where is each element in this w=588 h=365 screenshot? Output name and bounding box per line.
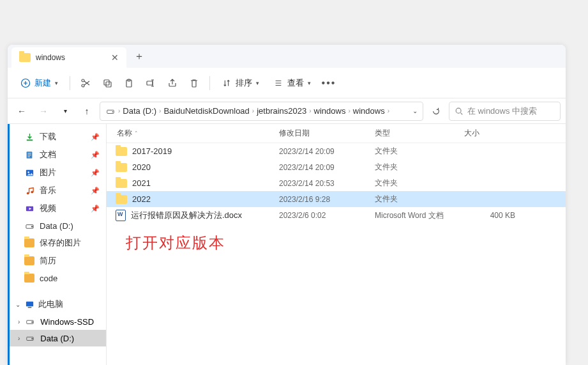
- trash-icon: [189, 78, 199, 88]
- sort-button[interactable]: 排序 ▾: [215, 74, 266, 93]
- column-name[interactable]: 名称˄: [113, 128, 279, 139]
- search-icon: [455, 107, 464, 116]
- folder-row[interactable]: 2017-20192023/2/14 20:09文件夹: [107, 143, 566, 159]
- folder-icon: [19, 53, 31, 62]
- pin-icon: 📌: [91, 187, 100, 195]
- tab-title: windows: [36, 53, 65, 62]
- svg-rect-3: [104, 80, 109, 85]
- refresh-button[interactable]: [427, 102, 445, 120]
- svg-point-10: [456, 108, 461, 113]
- rename-button[interactable]: [140, 73, 161, 93]
- file-type: 文件夹: [375, 162, 464, 173]
- column-size[interactable]: 大小: [464, 128, 515, 139]
- folder-icon: [116, 195, 127, 204]
- view-button[interactable]: 查看 ▾: [267, 74, 317, 93]
- folder-icon: [24, 238, 34, 248]
- search-box[interactable]: 在 windows 中搜索: [449, 102, 561, 121]
- navigation-pane[interactable]: 下载📌文档📌图片📌音乐📌视频📌Data (D:)保存的图片简历code ⌄ 此电…: [8, 124, 107, 365]
- svg-point-22: [32, 322, 33, 323]
- folder-icon: [116, 163, 127, 172]
- forward-button[interactable]: →: [34, 102, 52, 120]
- word-document-icon: [116, 210, 126, 221]
- paste-icon: [124, 78, 134, 88]
- paste-button[interactable]: [119, 73, 139, 93]
- folder-icon: [24, 273, 34, 283]
- drive-label: Data (D:): [40, 334, 74, 343]
- search-placeholder: 在 windows 中搜索: [467, 105, 537, 117]
- new-button[interactable]: 新建 ▾: [14, 74, 64, 93]
- file-name: 2022: [132, 194, 151, 204]
- file-type: 文件夹: [375, 146, 464, 157]
- breadcrumb-item[interactable]: BaiduNetdiskDownload: [163, 106, 249, 116]
- sidebar-quick-item[interactable]: Data (D:): [8, 217, 106, 234]
- drive-icon: [25, 333, 35, 343]
- file-date: 2023/2/14 20:09: [279, 147, 375, 156]
- this-pc-item[interactable]: ⌄ 此电脑: [8, 295, 106, 313]
- recent-button[interactable]: ▾: [56, 102, 74, 120]
- address-bar-row: ← → ▾ ↑ › Data (D:) › BaiduNetdiskDownlo…: [8, 98, 566, 124]
- column-type[interactable]: 类型: [375, 128, 464, 139]
- sidebar-quick-item[interactable]: 音乐📌: [8, 182, 106, 199]
- sidebar-item-label: Data (D:): [40, 221, 73, 231]
- file-name: 2020: [132, 162, 151, 172]
- sidebar-quick-item[interactable]: 下载📌: [8, 128, 106, 146]
- new-label: 新建: [34, 77, 51, 89]
- file-date: 2023/2/16 9:28: [279, 195, 375, 204]
- breadcrumb-item[interactable]: windows: [353, 106, 385, 116]
- drive-item[interactable]: › Data (D:): [8, 330, 106, 346]
- chevron-down-icon: ▾: [308, 80, 311, 86]
- download-icon: [24, 132, 34, 142]
- more-button[interactable]: •••: [319, 73, 339, 93]
- new-tab-button[interactable]: ＋: [130, 47, 148, 65]
- sidebar-item-label: 视频: [40, 203, 56, 214]
- share-icon: [167, 78, 177, 88]
- back-button[interactable]: ←: [13, 102, 31, 120]
- sidebar-item-label: code: [40, 274, 57, 283]
- drive-icon: [25, 316, 35, 327]
- share-button[interactable]: [162, 73, 183, 93]
- chevron-down-icon[interactable]: ⌄: [412, 107, 418, 114]
- sidebar-quick-item[interactable]: 简历: [8, 252, 106, 270]
- sidebar-quick-item[interactable]: 图片📌: [8, 164, 106, 182]
- command-bar: 新建 ▾ 排序 ▾ 查看 ▾ •••: [8, 68, 566, 98]
- column-headers: 名称˄ 修改日期 类型 大小: [107, 124, 566, 143]
- sidebar-quick-item[interactable]: code: [8, 270, 106, 286]
- drive-item[interactable]: › Windows-SSD: [8, 313, 106, 330]
- pin-icon: 📌: [91, 169, 100, 177]
- pc-icon: [24, 299, 34, 309]
- folder-row[interactable]: 20222023/2/16 9:28文件夹: [107, 191, 566, 207]
- pin-icon: 📌: [91, 205, 100, 213]
- breadcrumb-item[interactable]: Data (D:): [123, 106, 156, 116]
- file-type: 文件夹: [375, 194, 464, 205]
- breadcrumb[interactable]: › Data (D:) › BaiduNetdiskDownload › jet…: [100, 102, 423, 121]
- sidebar-item-label: 下载: [40, 131, 56, 143]
- sidebar-quick-item[interactable]: 保存的图片: [8, 234, 106, 252]
- svg-point-18: [31, 226, 33, 227]
- folder-row[interactable]: 20212023/2/14 20:53文件夹: [107, 175, 566, 191]
- view-icon: [273, 78, 283, 88]
- delete-button[interactable]: [184, 73, 204, 93]
- file-row[interactable]: 运行报错原因及解决方法.docx2023/2/6 0:02Microsoft W…: [107, 207, 566, 224]
- svg-rect-7: [147, 81, 153, 85]
- folder-row[interactable]: 20202023/2/14 20:09文件夹: [107, 159, 566, 175]
- drive-icon: [105, 106, 116, 116]
- sidebar-quick-item[interactable]: 文档📌: [8, 146, 106, 164]
- sidebar-item-label: 文档: [40, 149, 56, 160]
- chevron-down-icon: ▾: [256, 80, 259, 86]
- sidebar-item-label: 音乐: [40, 185, 56, 196]
- tab-close-button[interactable]: ✕: [111, 52, 119, 63]
- sidebar-quick-item[interactable]: 视频📌: [8, 199, 106, 217]
- cut-button[interactable]: [75, 73, 96, 93]
- explorer-window: windows ✕ ＋ 新建 ▾ 排序 ▾ 查看 ▾ •••: [8, 45, 566, 365]
- copy-button[interactable]: [97, 73, 117, 93]
- tab-current[interactable]: windows ✕: [11, 47, 126, 68]
- column-date[interactable]: 修改日期: [279, 128, 375, 139]
- file-name: 运行报错原因及解决方法.docx: [131, 210, 242, 221]
- up-button[interactable]: ↑: [78, 102, 96, 120]
- music-icon: [24, 185, 34, 196]
- sort-icon: [222, 78, 232, 88]
- chevron-right-icon: ›: [309, 107, 311, 114]
- breadcrumb-item[interactable]: jetbrains2023: [257, 106, 306, 116]
- breadcrumb-item[interactable]: windows: [314, 106, 346, 116]
- annotation-text: 打开对应版本: [126, 233, 225, 253]
